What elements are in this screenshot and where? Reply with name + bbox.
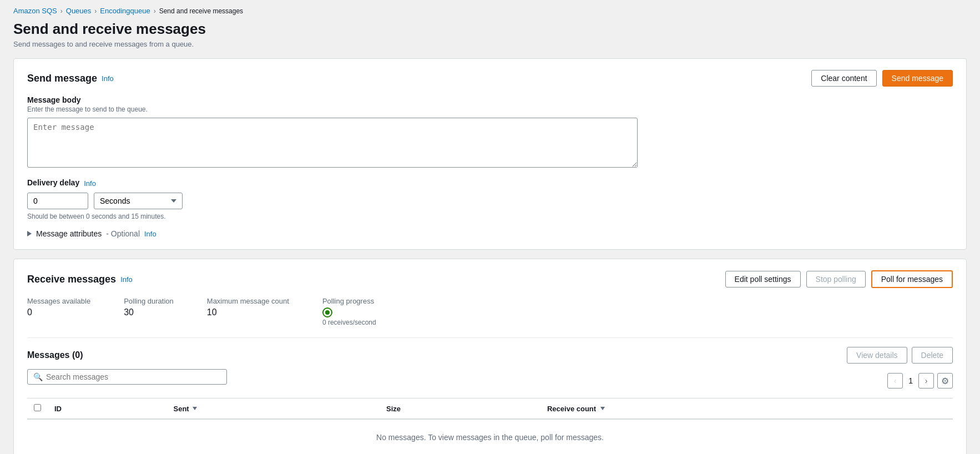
table-header-receive-count[interactable]: Receive count bbox=[540, 398, 953, 419]
messages-actions: View details Delete bbox=[847, 347, 953, 364]
polling-status-indicator bbox=[325, 310, 330, 315]
pagination-row: ‹ 1 › ⚙ bbox=[887, 373, 953, 389]
receive-messages-card: Receive messages Info Edit poll settings… bbox=[13, 259, 967, 454]
search-messages-input[interactable] bbox=[46, 372, 221, 381]
send-message-info-link[interactable]: Info bbox=[102, 74, 114, 83]
delivery-delay-input[interactable] bbox=[27, 193, 88, 209]
breadcrumb: Amazon SQS › Queues › Encodingqueue › Se… bbox=[13, 7, 967, 15]
receive-messages-header-left: Receive messages Info bbox=[27, 274, 133, 285]
stop-polling-button: Stop polling bbox=[806, 271, 866, 287]
search-icon: 🔍 bbox=[33, 372, 43, 381]
breadcrumb-current: Send and receive messages bbox=[159, 7, 243, 15]
no-messages-row: No messages. To view messages in the que… bbox=[27, 419, 953, 454]
stat-maximum-message-count: Maximum message count 10 bbox=[207, 297, 289, 326]
breadcrumb-sqs[interactable]: Amazon SQS bbox=[13, 7, 57, 15]
messages-title: Messages (0) bbox=[27, 350, 83, 360]
col-dropdown-icon bbox=[600, 407, 605, 410]
send-message-button[interactable]: Send message bbox=[882, 70, 953, 87]
delivery-delay-label: Delivery delay bbox=[27, 178, 79, 187]
stat-polling-duration-label: Polling duration bbox=[124, 297, 174, 305]
message-body-label: Message body bbox=[27, 95, 953, 104]
triangle-icon bbox=[27, 231, 32, 236]
edit-poll-settings-button[interactable]: Edit poll settings bbox=[725, 271, 801, 287]
poll-for-messages-button[interactable]: Poll for messages bbox=[871, 270, 953, 288]
send-message-card: Send message Info Clear content Send mes… bbox=[13, 58, 967, 250]
send-message-actions: Clear content Send message bbox=[811, 70, 953, 87]
pagination-settings-button[interactable]: ⚙ bbox=[937, 373, 953, 389]
col-receive-count-label: Receive count bbox=[547, 405, 596, 413]
receive-messages-title: Receive messages bbox=[27, 274, 116, 285]
message-attributes-toggle[interactable]: Message attributes - Optional Info bbox=[27, 229, 953, 238]
send-message-header: Send message Info Clear content Send mes… bbox=[27, 70, 953, 87]
table-header-size[interactable]: Size bbox=[380, 398, 540, 419]
pagination-prev-button[interactable]: ‹ bbox=[887, 373, 903, 389]
stat-messages-available-label: Messages available bbox=[27, 297, 90, 305]
delivery-delay-row: Seconds Minutes bbox=[27, 193, 953, 209]
message-attributes-info-link[interactable]: Info bbox=[144, 230, 156, 238]
polling-status-circle bbox=[322, 307, 332, 317]
view-details-button: View details bbox=[847, 347, 907, 364]
stat-polling-duration-value: 30 bbox=[124, 307, 174, 317]
col-sent-label: Sent bbox=[173, 405, 189, 413]
no-messages-text: No messages. To view messages in the que… bbox=[27, 419, 953, 454]
breadcrumb-encodingqueue[interactable]: Encodingqueue bbox=[100, 7, 150, 15]
delivery-delay-unit-select[interactable]: Seconds Minutes bbox=[94, 193, 183, 209]
stat-polling-duration: Polling duration 30 bbox=[124, 297, 174, 326]
col-size-label: Size bbox=[386, 405, 401, 413]
messages-header: Messages (0) View details Delete bbox=[27, 347, 953, 364]
stat-messages-available-value: 0 bbox=[27, 307, 90, 317]
delivery-delay-info-link[interactable]: Info bbox=[84, 179, 96, 188]
pagination-page: 1 bbox=[906, 376, 915, 385]
message-attributes-optional: - Optional bbox=[106, 229, 140, 238]
stat-max-message-count-value: 10 bbox=[207, 307, 289, 317]
col-id-label: ID bbox=[54, 405, 62, 413]
messages-table: ID Sent Size bbox=[27, 398, 953, 454]
delivery-delay-group: Delivery delay Info Seconds Minutes Shou… bbox=[27, 178, 953, 220]
send-message-title: Send message bbox=[27, 73, 97, 84]
polling-rate: 0 receives/second bbox=[322, 319, 376, 326]
table-header-checkbox bbox=[27, 398, 48, 419]
messages-table-container: ID Sent Size bbox=[27, 398, 953, 454]
message-body-group: Message body Enter the message to send t… bbox=[27, 95, 953, 169]
message-attributes-label: Message attributes bbox=[36, 229, 102, 238]
delete-button: Delete bbox=[912, 347, 953, 364]
select-all-checkbox[interactable] bbox=[34, 404, 41, 411]
delivery-delay-hint: Should be between 0 seconds and 15 minut… bbox=[27, 213, 953, 220]
table-header-id[interactable]: ID bbox=[48, 398, 166, 419]
table-header-sent[interactable]: Sent bbox=[166, 398, 380, 419]
message-body-input[interactable] bbox=[27, 118, 638, 168]
sort-sent-icon bbox=[193, 407, 197, 410]
stat-polling-progress: Polling progress 0 receives/second bbox=[322, 297, 376, 326]
receive-messages-actions: Edit poll settings Stop polling Poll for… bbox=[725, 270, 953, 288]
clear-content-button[interactable]: Clear content bbox=[811, 70, 876, 87]
messages-table-body: No messages. To view messages in the que… bbox=[27, 419, 953, 454]
send-message-header-left: Send message Info bbox=[27, 73, 114, 84]
receive-stats-row: Messages available 0 Polling duration 30… bbox=[27, 297, 953, 326]
stat-max-message-count-label: Maximum message count bbox=[207, 297, 289, 305]
search-bar: 🔍 bbox=[27, 369, 227, 385]
divider bbox=[27, 337, 953, 338]
page-title: Send and receive messages bbox=[13, 21, 967, 38]
receive-messages-info-link[interactable]: Info bbox=[120, 275, 133, 284]
stat-messages-available: Messages available 0 bbox=[27, 297, 90, 326]
receive-messages-header: Receive messages Info Edit poll settings… bbox=[27, 270, 953, 288]
table-header-row: ID Sent Size bbox=[27, 398, 953, 419]
pagination-next-button[interactable]: › bbox=[918, 373, 934, 389]
breadcrumb-queues[interactable]: Queues bbox=[66, 7, 92, 15]
polling-status-row bbox=[322, 307, 376, 317]
message-body-hint: Enter the message to send to the queue. bbox=[27, 105, 953, 113]
page-subtitle: Send messages to and receive messages fr… bbox=[13, 40, 967, 48]
stat-polling-progress-label: Polling progress bbox=[322, 297, 376, 305]
